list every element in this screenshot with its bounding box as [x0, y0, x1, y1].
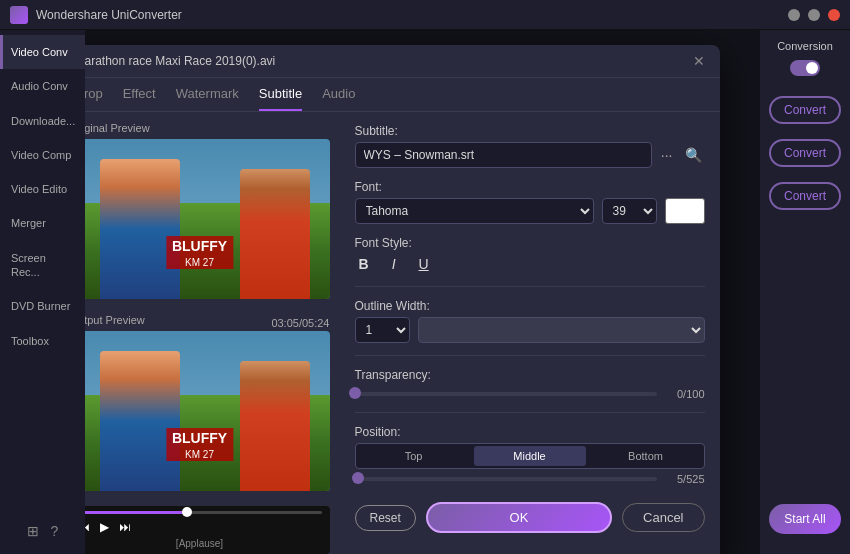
play-button[interactable]: ▶ — [100, 520, 109, 534]
font-style-row: Font Style: B I U — [355, 236, 705, 274]
font-row-container: Font: Tahoma 39 — [355, 180, 705, 224]
modal-close-button[interactable]: ✕ — [693, 53, 705, 69]
outline-color-select[interactable] — [418, 317, 705, 343]
subtitle-row: Subtitle: ··· 🔍 — [355, 124, 705, 168]
position-slider-row: 5/525 — [355, 473, 705, 485]
player-buttons: ⏮ ▶ ⏭ — [85, 520, 322, 534]
person1 — [100, 159, 180, 299]
output-subtitle-sub: KM 27 — [166, 448, 233, 461]
maximize-button[interactable] — [808, 9, 820, 21]
sidebar-item-dvd-burner[interactable]: DVD Burner — [0, 289, 85, 323]
position-row: Position: Top Middle Bottom — [355, 425, 705, 485]
output-subtitle-text: BLUFFY — [166, 428, 233, 448]
modal-title: Marathon race Maxi Race 2019(0).avi — [85, 54, 693, 68]
original-preview-label: Original Preview — [85, 122, 330, 134]
position-slider-thumb[interactable] — [352, 472, 364, 484]
position-bottom-button[interactable]: Bottom — [590, 446, 702, 466]
prev-frame-button[interactable]: ⏮ — [85, 520, 90, 534]
font-style-controls: B I U — [355, 254, 705, 274]
font-label: Font: — [355, 180, 705, 194]
position-top-button[interactable]: Top — [358, 446, 470, 466]
convert-button-2[interactable]: Convert — [769, 139, 841, 167]
conversion-header: Conversion — [777, 40, 833, 52]
convert-button-3[interactable]: Convert — [769, 182, 841, 210]
minimize-button[interactable] — [788, 9, 800, 21]
tab-watermark[interactable]: Watermark — [176, 86, 239, 111]
right-panel: Conversion Convert Convert Convert Start… — [760, 30, 850, 554]
font-name-select[interactable]: Tahoma — [355, 198, 594, 224]
font-style-label: Font Style: — [355, 236, 705, 250]
conversion-toggle[interactable] — [790, 60, 820, 76]
subtitle-sub: KM 27 — [166, 256, 233, 269]
bold-button[interactable]: B — [355, 254, 373, 274]
transparency-label: Transparency: — [355, 368, 705, 382]
output-time: 03:05/05:24 — [271, 317, 329, 329]
sidebar-item-downloader[interactable]: Downloade... — [0, 104, 85, 138]
position-slider[interactable] — [355, 477, 657, 481]
output-subtitle-overlay: BLUFFY KM 27 — [166, 428, 233, 461]
subtitle-more-button[interactable]: ··· — [658, 144, 676, 166]
settings-pane: Subtitle: ··· 🔍 Font: — [340, 112, 720, 554]
transparency-value: 0/100 — [665, 388, 705, 400]
app-title: Wondershare UniConverter — [36, 8, 788, 22]
app-logo — [10, 6, 28, 24]
sidebar-item-screen-rec[interactable]: Screen Rec... — [0, 241, 85, 290]
outline-label: Outline Width: — [355, 299, 705, 313]
subtitle-text: BLUFFY — [166, 236, 233, 256]
player-timeline[interactable] — [85, 511, 322, 514]
font-controls: Tahoma 39 — [355, 198, 705, 224]
sidebar-item-merger[interactable]: Merger — [0, 206, 85, 240]
timeline-thumb[interactable] — [182, 507, 192, 517]
sidebar-item-video-editor[interactable]: Video Edito — [0, 172, 85, 206]
output-preview-bg: BLUFFY KM 27 — [85, 331, 330, 491]
player-controls: ⏮ ▶ ⏭ [Applause] — [85, 506, 330, 554]
position-value: 5/525 — [665, 473, 705, 485]
outline-row: Outline Width: 1 — [355, 299, 705, 343]
person4 — [240, 361, 310, 491]
transparency-slider-thumb[interactable] — [349, 387, 361, 399]
original-preview: BLUFFY KM 27 — [85, 139, 330, 299]
sidebar: Video Conv Audio Conv Downloade... Video… — [0, 30, 85, 554]
sidebar-item-video-conv[interactable]: Video Conv — [0, 35, 85, 69]
divider2 — [355, 355, 705, 356]
grid-icon[interactable]: ⊞ — [27, 523, 39, 539]
next-frame-button[interactable]: ⏭ — [119, 520, 131, 534]
output-preview: BLUFFY KM 27 — [85, 331, 330, 491]
person2 — [240, 169, 310, 299]
close-button[interactable] — [828, 9, 840, 21]
convert-button-1[interactable]: Convert — [769, 96, 841, 124]
position-label: Position: — [355, 425, 705, 439]
subtitle-search-button[interactable]: 🔍 — [682, 144, 705, 166]
divider3 — [355, 412, 705, 413]
italic-button[interactable]: I — [388, 254, 400, 274]
reset-button[interactable]: Reset — [355, 505, 416, 531]
modal-tabs: Crop Effect Watermark Subtitle Audio — [85, 78, 720, 112]
subtitle-label: Subtitle: — [355, 124, 705, 138]
subtitle-file-input[interactable] — [355, 142, 652, 168]
main-layout: Video Conv Audio Conv Downloade... Video… — [0, 30, 850, 554]
underline-button[interactable]: U — [415, 254, 433, 274]
tab-effect[interactable]: Effect — [123, 86, 156, 111]
font-size-select[interactable]: 39 — [602, 198, 657, 224]
modal-header: Marathon race Maxi Race 2019(0).avi ✕ — [85, 45, 720, 78]
divider1 — [355, 286, 705, 287]
person3 — [100, 351, 180, 491]
transparency-slider[interactable] — [355, 392, 657, 396]
cancel-button[interactable]: Cancel — [622, 503, 704, 532]
sidebar-item-video-comp[interactable]: Video Comp — [0, 138, 85, 172]
modal-overlay: Marathon race Maxi Race 2019(0).avi ✕ Cr… — [85, 30, 760, 554]
sidebar-item-audio-conv[interactable]: Audio Conv — [0, 69, 85, 103]
tab-crop[interactable]: Crop — [85, 86, 103, 111]
preview-panes: Original Preview BLUFFY KM 27 — [85, 112, 340, 554]
ok-button[interactable]: OK — [426, 502, 612, 533]
sidebar-item-toolbox[interactable]: Toolbox — [0, 324, 85, 358]
help-icon[interactable]: ? — [51, 523, 59, 539]
font-color-picker[interactable] — [665, 198, 705, 224]
outline-width-select[interactable]: 1 — [355, 317, 410, 343]
start-all-button[interactable]: Start All — [769, 504, 841, 534]
tab-subtitle[interactable]: Subtitle — [259, 86, 302, 111]
tab-audio[interactable]: Audio — [322, 86, 355, 111]
action-row: Reset OK Cancel — [355, 502, 705, 533]
timeline-fill — [85, 511, 187, 514]
position-middle-button[interactable]: Middle — [474, 446, 586, 466]
